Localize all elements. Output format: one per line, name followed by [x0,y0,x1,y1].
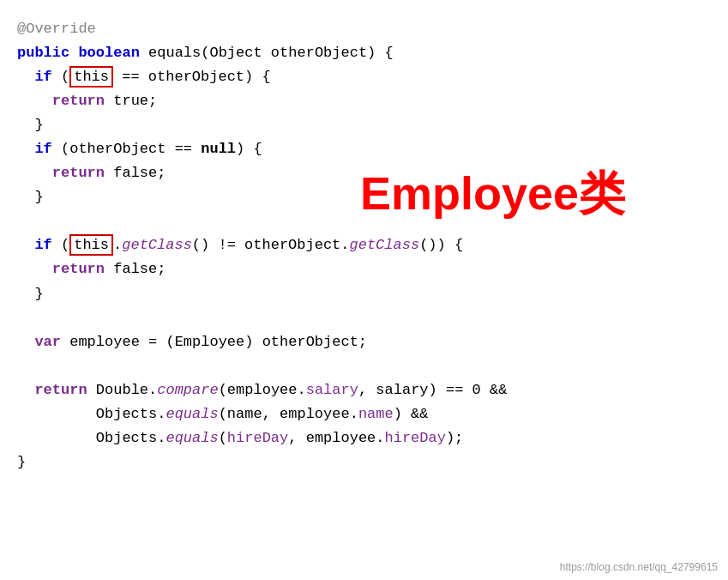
line-blank-3 [17,354,711,378]
line-return-objects-hireday: Objects.equals(hireDay, employee.hireDay… [17,426,711,450]
employee-class-label: Employee类 [360,163,625,226]
line-close-1: } [17,113,711,137]
line-if-this: if (this == otherObject) { [17,65,711,89]
line-return-double: return Double.compare(employee.salary, s… [17,378,711,402]
line-blank-2 [17,306,711,330]
line-return-false-2: return false; [17,257,711,281]
line-if-null: if (otherObject == null) { [17,137,711,161]
line-method-sig: public boolean equals(Object otherObject… [17,41,711,65]
code-block: @Override public boolean equals(Object o… [17,17,711,474]
code-container: Employee类 @Override public boolean equal… [0,0,728,580]
line-close-method: } [17,450,711,474]
line-close-3: } [17,282,711,306]
line-if-class: if (this.getClass() != otherObject.getCl… [17,233,711,257]
line-var-decl: var employee = (Employee) otherObject; [17,330,711,354]
watermark: https://blog.csdn.net/qq_42799615 [560,561,718,573]
line-annotation: @Override [17,17,711,41]
line-return-true: return true; [17,89,711,113]
this-box-2: this [69,234,113,256]
line-return-objects-name: Objects.equals(name, employee.name) && [17,402,711,426]
this-box-1: this [69,66,113,88]
